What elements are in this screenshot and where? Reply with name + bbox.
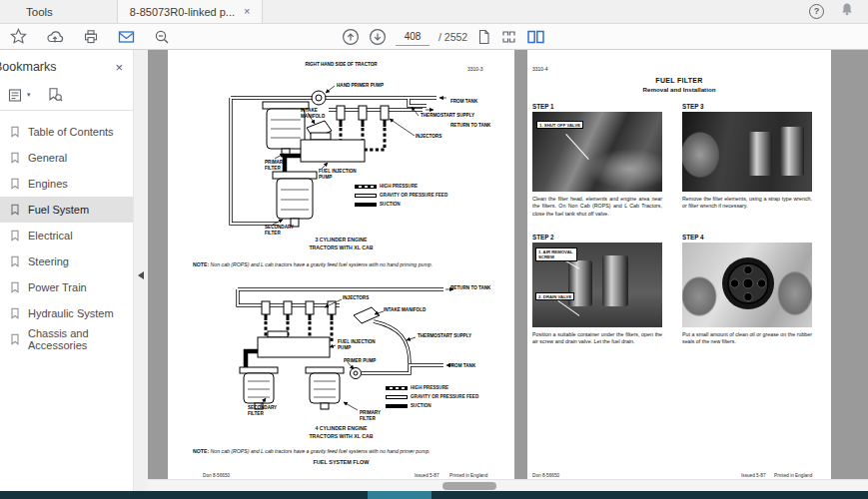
two-page-view-button[interactable] (526, 29, 545, 45)
footer-code: Don 8-56650 (203, 473, 230, 478)
diagram-label-fuel-injection-pump: FUEL INJECTION PUMP (319, 169, 363, 180)
star-icon (10, 28, 27, 45)
bell-icon[interactable] (840, 2, 854, 21)
diagram-label-intake-manifold: INTAKE MANIFOLD (301, 108, 329, 119)
legend-swatch-gravity (355, 194, 377, 198)
diagram2-caption-line1: 4 CYLINDER ENGINE (168, 425, 514, 431)
page-count-label: / 2552 (438, 31, 467, 43)
diagram1-title: RIGHT HAND SIDE OF TRACTOR (168, 62, 514, 68)
bookmarks-list: Table of Contents General Engines Fuel S… (0, 111, 133, 352)
share-button[interactable] (46, 29, 64, 45)
panel-collapse-icon[interactable] (138, 271, 144, 279)
step4-heading: STEP 4 (682, 234, 704, 241)
legend-label: GRAVITY OR PRESSURE FEED (380, 193, 447, 198)
scrollbar-thumb[interactable] (442, 482, 496, 490)
footer-issued: Issued 5-87 (741, 473, 766, 478)
legend-label: SUCTION (411, 403, 432, 408)
bookmark-options-button[interactable] (8, 88, 23, 103)
legend-label: SUCTION (380, 202, 401, 207)
previous-page-button[interactable] (342, 28, 360, 46)
document-canvas: 3310-3 RIGHT HAND SIDE OF TRACTOR (148, 50, 868, 491)
bookmark-icon (10, 152, 20, 164)
sidebar-item-table-of-contents[interactable]: Table of Contents (0, 119, 133, 145)
zoom-out-button[interactable] (154, 29, 170, 45)
section-title: FUEL FILTER (527, 77, 831, 84)
toolbar-page-group: / 2552 (342, 24, 545, 49)
flow-legend: HIGH PRESSURE GRAVITY OR PRESSURE FEED S… (386, 383, 478, 410)
print-button[interactable] (83, 29, 99, 45)
sidebar-item-label: Power Train (28, 281, 87, 293)
legend-swatch-suction (355, 203, 377, 207)
sidebar-item-label: Fuel System (28, 204, 89, 216)
filter-seal-face (720, 255, 776, 311)
sidebar-item-engines[interactable]: Engines (0, 171, 133, 197)
sidebar-item-steering[interactable]: Steering (0, 249, 133, 274)
scrolling-view-button[interactable] (500, 29, 517, 45)
arrow-down-circle-icon (369, 28, 387, 46)
footer-code: Don 8-56650 (532, 473, 559, 478)
diagram1-caption-line2: TRACTORS WITH XL CAB (168, 245, 514, 250)
step3-heading: STEP 3 (682, 103, 704, 110)
expand-bookmarks-button[interactable] (47, 87, 63, 103)
tab-document[interactable]: 8-85073R0-linked p... × (117, 0, 264, 23)
sidebar-item-label: Electrical (28, 230, 73, 242)
sidebar-item-chassis-and-accessories[interactable]: Chassis and Accessories (0, 326, 133, 352)
panel-close-icon[interactable]: × (115, 61, 123, 74)
note-label: NOTE: (193, 261, 209, 267)
diagram-label-primer-pump: PRIMER PUMP (344, 358, 376, 364)
help-icon[interactable]: ? (809, 4, 824, 19)
step2-photo: 1. AIR REMOVAL SCREW 2. DRAIN VALVE (532, 243, 662, 327)
panel-splitter[interactable] (133, 50, 148, 491)
tab-bar: Tools 8-85073R0-linked p... × ? (0, 0, 868, 24)
sidebar-item-electrical[interactable]: Electrical (0, 223, 133, 249)
two-page-view-icon (526, 29, 545, 45)
diagram2-caption-line2: TRACTORS WITH XL CAB (168, 433, 514, 439)
page-number-input[interactable] (396, 28, 430, 46)
step4-photo (682, 243, 812, 327)
note-1: NOTE: Non cab (ROPS) and L cab tractors … (193, 261, 497, 267)
horizontal-scrollbar[interactable] (148, 479, 868, 491)
sidebar-item-general[interactable]: General (0, 145, 133, 171)
single-page-view-button[interactable] (476, 29, 491, 45)
hand (772, 264, 812, 322)
hand (682, 124, 726, 186)
legend-swatch-suction (386, 404, 408, 408)
bookmark-icon (10, 178, 20, 190)
footer-printed: Printed in England (774, 473, 812, 478)
toolbar-left-group (10, 24, 170, 49)
photo-callout: 1. SHUT OFF VALVE (536, 121, 583, 129)
sidebar-item-fuel-system[interactable]: Fuel System (0, 197, 133, 223)
sidebar-item-hydraulic-system[interactable]: Hydraulic System (0, 300, 133, 326)
sidebar-item-label: Hydraulic System (28, 307, 114, 319)
step2-heading: STEP 2 (532, 234, 554, 241)
tab-tools[interactable]: Tools (14, 0, 65, 23)
legend-swatch-high-pressure (355, 185, 377, 189)
legend-label: HIGH PRESSURE (380, 184, 418, 189)
bookmark-icon (10, 126, 20, 138)
diagram-label-from-tank: FROM TANK (450, 99, 477, 105)
legend-swatch-gravity (386, 395, 408, 399)
acrobat-window: Tools 8-85073R0-linked p... × ? (0, 0, 868, 499)
taskbar-edge[interactable] (0, 491, 868, 499)
page-number: 3310-4 (532, 66, 548, 72)
tab-close-icon[interactable]: × (244, 6, 250, 17)
note-text: Non cab (ROPS) and L cab tractors have a… (211, 448, 431, 454)
page-3310-4: 3310-4 FUEL FILTER Removal and Installat… (527, 50, 831, 488)
next-page-button[interactable] (369, 28, 387, 46)
hand (682, 270, 722, 322)
sidebar-item-power-train[interactable]: Power Train (0, 274, 133, 300)
note-2: NOTE: Non cab (ROPS) and L cab tractors … (193, 448, 497, 454)
page-3310-3: 3310-3 RIGHT HAND SIDE OF TRACTOR (168, 50, 514, 488)
options-caret-icon: ▾ (27, 91, 31, 99)
email-button[interactable] (118, 30, 135, 44)
taskbar-highlight[interactable] (368, 491, 432, 499)
photo-callout: 1. AIR REMOVAL SCREW (535, 248, 577, 261)
star-button[interactable] (10, 28, 27, 45)
bookmark-icon (10, 230, 20, 242)
step2-text: Position a suitable container under the … (532, 331, 662, 346)
step3-text: Remove the filter elements, using a stra… (682, 196, 812, 211)
sidebar-item-label: Engines (28, 178, 68, 190)
step1-heading: STEP 1 (532, 103, 554, 110)
diagram-label-from-tank: FROM TANK (448, 363, 475, 369)
tab-tools-label: Tools (26, 6, 53, 18)
